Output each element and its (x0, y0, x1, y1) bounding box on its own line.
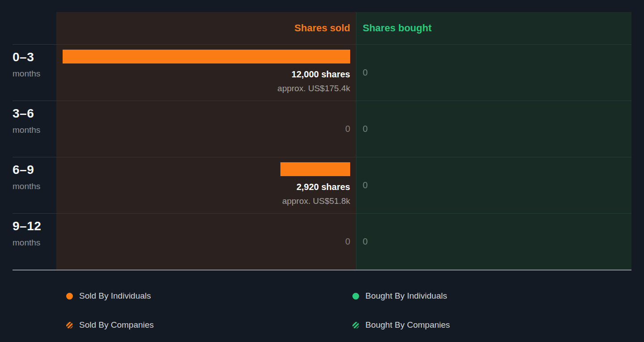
legend-item-bought-by-individuals[interactable]: Bought By Individuals (352, 291, 450, 301)
table-row-0-3-months: 0–3 months 12,000 shares approx. US$175.… (13, 44, 631, 101)
bought-shares-value: 0 (363, 68, 368, 78)
period-range: 3–6 (13, 105, 56, 122)
chart-legend: Sold By Individuals Bought By Individual… (66, 291, 450, 330)
period-label: 6–9 months (13, 157, 56, 213)
bought-shares-value: 0 (363, 124, 368, 134)
period-unit: months (13, 235, 56, 251)
sold-individuals-swatch-icon (66, 293, 73, 300)
sold-companies-swatch-icon (66, 322, 73, 329)
legend-label: Bought By Companies (365, 320, 450, 330)
table-row-6-9-months: 6–9 months 2,920 shares approx. US$51.8k… (13, 157, 631, 213)
sold-shares-value: 2,920 shares (297, 182, 350, 192)
sold-bar[interactable] (63, 50, 350, 63)
period-label: 3–6 months (13, 101, 56, 157)
shares-bought-column-header: Shares bought (356, 12, 631, 44)
chart-header-row: Shares sold Shares bought (13, 12, 631, 44)
bought-individuals-swatch-icon (352, 293, 359, 300)
legend-item-bought-by-companies[interactable]: Bought By Companies (352, 320, 450, 330)
legend-label: Sold By Individuals (79, 291, 151, 301)
legend-item-sold-by-individuals[interactable]: Sold By Individuals (66, 291, 352, 301)
period-label: 9–12 months (13, 214, 56, 270)
period-unit: months (13, 122, 56, 138)
bought-cell: 0 (356, 45, 631, 101)
sold-cell: 0 (56, 101, 356, 157)
table-row-9-12-months: 9–12 months 0 0 (13, 213, 631, 270)
bought-cell: 0 (356, 101, 631, 157)
sold-shares-value: 0 (345, 236, 350, 247)
header-spacer (13, 12, 56, 44)
sold-shares-value: 12,000 shares (292, 69, 350, 79)
legend-label: Sold By Companies (79, 320, 154, 330)
insider-transactions-chart: Shares sold Shares bought 0–3 months 12,… (13, 12, 631, 270)
sold-approx-value: approx. US$51.8k (282, 196, 350, 206)
period-range: 9–12 (13, 218, 56, 235)
bought-cell: 0 (356, 214, 631, 270)
shares-sold-column-header: Shares sold (56, 12, 356, 44)
bought-shares-value: 0 (363, 180, 368, 190)
legend-item-sold-by-companies[interactable]: Sold By Companies (66, 320, 352, 330)
sold-bar[interactable] (280, 162, 350, 176)
bought-cell: 0 (356, 157, 631, 213)
legend-label: Bought By Individuals (365, 291, 447, 301)
period-label: 0–3 months (13, 45, 56, 101)
bought-shares-value: 0 (363, 236, 368, 247)
period-unit: months (13, 66, 56, 82)
sold-cell: 12,000 shares approx. US$175.4k (56, 45, 356, 101)
sold-approx-value: approx. US$175.4k (277, 84, 350, 93)
sold-cell: 2,920 shares approx. US$51.8k (56, 157, 356, 213)
period-range: 6–9 (13, 161, 56, 178)
sold-cell: 0 (56, 214, 356, 270)
period-unit: months (13, 178, 56, 194)
bought-companies-swatch-icon (352, 322, 359, 329)
table-row-3-6-months: 3–6 months 0 0 (13, 101, 631, 157)
period-range: 0–3 (13, 49, 56, 66)
sold-shares-value: 0 (345, 124, 350, 134)
